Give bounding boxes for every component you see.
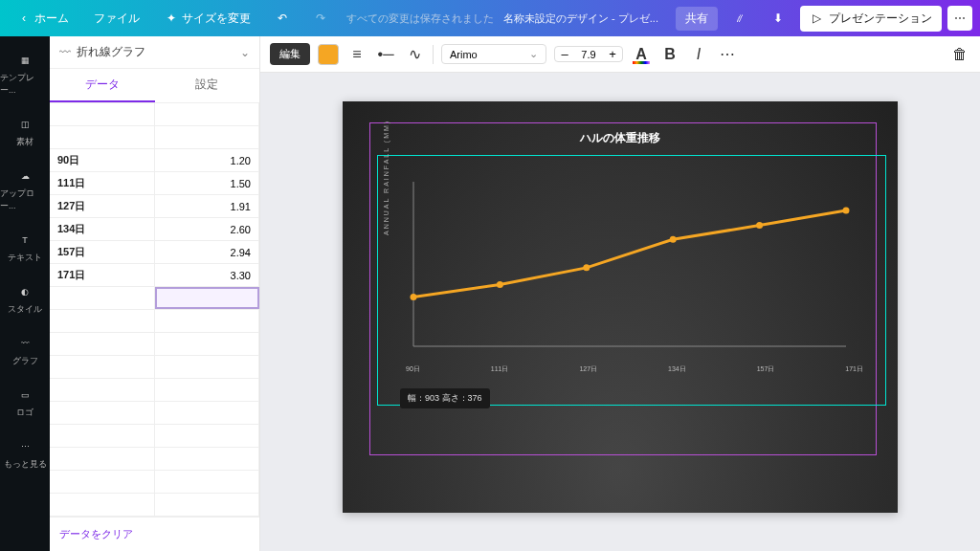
context-toolbar: 編集 ≡ •─ ∿ Arimo ⌄ – + A B I ⋯ 🗑 xyxy=(260,36,980,73)
rail-logo[interactable]: ▭ロゴ xyxy=(0,381,50,425)
bold-button[interactable]: B xyxy=(659,44,680,65)
x-tick: 134日 xyxy=(668,364,686,374)
line-chart-icon: 〰 xyxy=(59,46,71,59)
cell-value[interactable]: 1.50 xyxy=(155,172,260,194)
rail-uploads[interactable]: ☁アップロー... xyxy=(0,162,50,218)
edit-button[interactable]: 編集 xyxy=(270,43,310,65)
chart-title: ハルの体重推移 xyxy=(343,130,898,146)
decrement-button[interactable]: – xyxy=(555,47,574,61)
chart[interactable] xyxy=(400,168,859,360)
redo-icon: ↷ xyxy=(314,11,327,25)
analytics-button[interactable]: ⫽ xyxy=(724,6,756,31)
x-tick: 111日 xyxy=(491,364,509,374)
x-tick: 127日 xyxy=(579,364,597,374)
home-label: ホーム xyxy=(34,11,69,27)
table-row[interactable]: 171日3.30 xyxy=(50,264,259,287)
svg-point-4 xyxy=(583,264,590,271)
cell-value[interactable]: 1.20 xyxy=(155,149,260,171)
rail-chart[interactable]: 〰グラフ xyxy=(0,329,50,373)
grid-icon: ▦ xyxy=(16,52,33,69)
table-row[interactable]: 157日2.94 xyxy=(50,241,259,264)
panel-title: 折れ線グラフ xyxy=(77,44,145,60)
clear-data-button[interactable]: データをクリア xyxy=(50,517,259,551)
download-icon: ⬇ xyxy=(771,11,785,25)
play-icon: ▷ xyxy=(810,11,823,25)
undo-button[interactable]: ↶ xyxy=(266,6,299,31)
palette-icon: ◐ xyxy=(16,283,33,300)
tab-data[interactable]: データ xyxy=(50,69,155,102)
rail-text[interactable]: Tテキスト xyxy=(0,226,50,270)
bar-chart-icon: ⫽ xyxy=(733,11,746,25)
svg-point-7 xyxy=(843,208,850,214)
file-menu[interactable]: ファイル xyxy=(84,5,149,33)
table-row[interactable]: 134日2.60 xyxy=(50,218,259,241)
svg-point-3 xyxy=(497,281,503,288)
cloud-upload-icon: ☁ xyxy=(16,167,33,185)
topbar: ‹ ホーム ファイル ✦ サイズを変更 ↶ ↷ すべての変更は保存されました 名… xyxy=(0,0,980,36)
rail-style[interactable]: ◐スタイル xyxy=(0,277,50,321)
cell-category[interactable]: 90日 xyxy=(50,149,155,171)
slide[interactable]: ハルの体重推移 ANNUAL RAINFALL (MM) 90日111日127日… xyxy=(343,101,898,513)
curve-icon[interactable]: ∿ xyxy=(404,44,425,65)
download-button[interactable]: ⬇ xyxy=(762,6,794,31)
cell-value[interactable]: 3.30 xyxy=(155,264,260,286)
rail-templates[interactable]: ▦テンプレー... xyxy=(0,46,50,102)
svg-point-5 xyxy=(670,236,677,243)
data-grid[interactable]: 90日1.20111日1.50127日1.91134日2.60157日2.941… xyxy=(50,103,259,517)
dots-icon: ⋯ xyxy=(954,11,966,25)
more-menu[interactable]: ⋯ xyxy=(947,6,972,31)
table-row[interactable]: 111日1.50 xyxy=(50,172,259,195)
rail-more[interactable]: ⋯もっと見る xyxy=(0,432,50,476)
font-select[interactable]: Arimo ⌄ xyxy=(441,44,546,64)
chevron-left-icon: ‹ xyxy=(17,11,31,25)
table-row[interactable]: 90日1.20 xyxy=(50,149,259,172)
cell-category[interactable]: 134日 xyxy=(50,218,155,240)
home-button[interactable]: ‹ ホーム xyxy=(8,5,78,33)
chevron-down-icon: ⌄ xyxy=(529,48,538,60)
svg-point-2 xyxy=(411,294,417,300)
delete-button[interactable]: 🗑 xyxy=(949,44,970,65)
font-size-stepper[interactable]: – + xyxy=(554,46,623,62)
rail-elements[interactable]: ◫素材 xyxy=(0,110,50,154)
dots-icon: ⋯ xyxy=(16,438,33,455)
color-swatch[interactable] xyxy=(318,44,339,65)
cell-value[interactable]: 1.91 xyxy=(155,195,260,217)
cell-value[interactable]: 2.94 xyxy=(155,241,260,263)
autosave-status: すべての変更は保存されました xyxy=(346,11,494,26)
cell-category[interactable]: 157日 xyxy=(50,241,155,263)
line-weight-icon[interactable]: ≡ xyxy=(346,44,368,65)
text-icon: T xyxy=(16,231,33,249)
chevron-down-icon[interactable]: ⌄ xyxy=(240,46,250,59)
x-ticks: 90日111日127日134日157日171日 xyxy=(400,364,869,374)
cell-category[interactable]: 171日 xyxy=(50,264,155,286)
badge-icon: ▭ xyxy=(16,386,33,404)
dimensions-badge: 幅：903 高さ：376 xyxy=(400,388,490,408)
more-options[interactable]: ⋯ xyxy=(717,44,738,65)
x-tick: 90日 xyxy=(406,364,420,374)
resize-button[interactable]: ✦ サイズを変更 xyxy=(155,5,260,33)
shapes-icon: ◫ xyxy=(16,116,33,133)
table-row[interactable]: 127日1.91 xyxy=(50,195,259,218)
doc-title[interactable]: 名称未設定のデザイン - プレゼ... xyxy=(503,11,658,26)
icon-rail: ▦テンプレー... ◫素材 ☁アップロー... Tテキスト ◐スタイル 〰グラフ… xyxy=(0,36,50,551)
line-style-icon[interactable]: •─ xyxy=(375,44,396,65)
y-axis-label: ANNUAL RAINFALL (MM) xyxy=(383,120,390,235)
sparkle-icon: ✦ xyxy=(165,11,178,25)
side-panel: 〰 折れ線グラフ ⌄ データ 設定 90日1.20111日1.50127日1.9… xyxy=(50,36,260,551)
svg-point-6 xyxy=(756,222,763,229)
cell-category[interactable]: 111日 xyxy=(50,172,155,194)
tab-settings[interactable]: 設定 xyxy=(155,69,260,102)
font-size-input[interactable] xyxy=(574,49,603,60)
cell-selected[interactable] xyxy=(155,287,260,309)
line-chart-icon: 〰 xyxy=(16,335,33,352)
increment-button[interactable]: + xyxy=(603,47,622,61)
redo-button[interactable]: ↷ xyxy=(304,6,337,31)
text-color-icon[interactable]: A xyxy=(631,44,652,65)
cell-value[interactable]: 2.60 xyxy=(155,218,260,240)
x-tick: 157日 xyxy=(757,364,775,374)
share-button[interactable]: 共有 xyxy=(676,7,718,31)
cell-category[interactable]: 127日 xyxy=(50,195,155,217)
x-tick: 171日 xyxy=(845,364,863,374)
present-button[interactable]: ▷ プレゼンテーション xyxy=(800,6,942,32)
italic-button[interactable]: I xyxy=(688,44,709,65)
